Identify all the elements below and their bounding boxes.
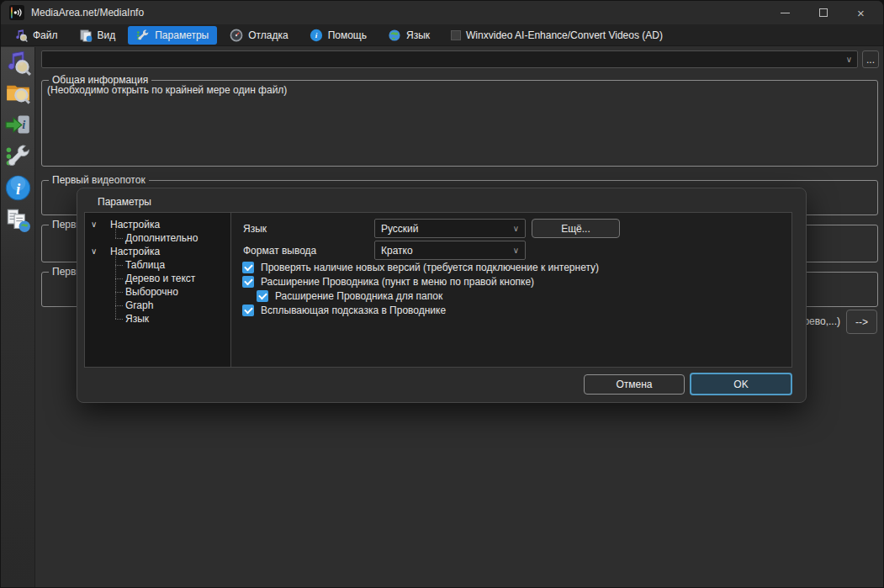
- checkbox-checked-icon[interactable]: [242, 305, 254, 316]
- menu-help[interactable]: i Помощь: [301, 26, 375, 45]
- minimize-icon: [781, 13, 790, 13]
- ok-button[interactable]: OK: [690, 373, 792, 395]
- about-button[interactable]: i: [5, 175, 31, 201]
- checkbox-checked-icon[interactable]: [242, 262, 254, 273]
- open-file-button[interactable]: [5, 50, 31, 76]
- menu-language-label: Язык: [406, 29, 430, 41]
- svg-text:i: i: [22, 118, 25, 131]
- svg-text:i: i: [315, 31, 317, 40]
- arrow-right-icon: -->: [855, 316, 868, 328]
- menu-file[interactable]: Файл: [6, 26, 66, 45]
- window-controls: ×: [766, 1, 880, 24]
- chevron-down-icon[interactable]: ∨: [91, 218, 97, 231]
- export-button[interactable]: i: [5, 112, 31, 138]
- mediainfo-logo-icon: [9, 5, 24, 20]
- menu-view[interactable]: Вид: [71, 26, 124, 45]
- menu-winxvideo-label: Winxvideo AI-Enhance/Convert Videos (AD): [466, 29, 663, 41]
- tree-item-derevo-i-tekst[interactable]: Дерево и текст: [85, 272, 230, 285]
- menu-language[interactable]: Язык: [379, 26, 438, 45]
- svg-text:i: i: [16, 180, 21, 198]
- globe-language-icon: [388, 29, 401, 42]
- menu-file-label: Файл: [33, 29, 58, 41]
- group-general-info: Общая информация (Необходимо открыть по …: [41, 80, 878, 167]
- cancel-button[interactable]: Отмена: [584, 374, 685, 395]
- chevron-down-icon: ∨: [513, 224, 519, 233]
- options-content-panel: Язык Русский ∨ Ещё... Формат вывода Крат…: [231, 212, 792, 368]
- compare-docs-globe-icon: [5, 207, 31, 233]
- close-icon: ×: [857, 7, 865, 19]
- chevron-down-icon[interactable]: ∨: [91, 245, 97, 258]
- checkbox-explorer-folders[interactable]: Расширение Проводника для папок: [257, 289, 442, 302]
- file-path-combobox[interactable]: ∨: [41, 50, 858, 68]
- menu-winxvideo-ad[interactable]: Winxvideo AI-Enhance/Convert Videos (AD): [442, 27, 671, 44]
- language-select[interactable]: Русский ∨: [374, 219, 526, 238]
- music-file-search-icon: [14, 29, 28, 42]
- options-dialog: Параметры ∨ Настройка Дополнительно ∨ На…: [77, 188, 807, 403]
- tree-item-yazyk[interactable]: Язык: [85, 312, 230, 326]
- tree-item-nastroyka-1[interactable]: ∨ Настройка: [85, 218, 230, 231]
- app-window: MediaArea.net/MediaInfo × Файл Вид: [0, 0, 884, 588]
- browse-button[interactable]: ...: [862, 50, 879, 68]
- checkbox-checked-icon[interactable]: [257, 290, 268, 302]
- info-circle-icon: i: [310, 29, 323, 42]
- browse-label: ...: [866, 54, 875, 66]
- open-folder-icon: [5, 80, 31, 106]
- more-languages-button[interactable]: Ещё...: [532, 219, 620, 238]
- group-video-title: Первый видеопоток: [49, 174, 149, 186]
- menu-view-label: Вид: [98, 29, 116, 41]
- ad-square-icon: [451, 30, 461, 40]
- compare-button[interactable]: [5, 207, 31, 233]
- tree-item-vyborochno[interactable]: Выборочно: [85, 285, 230, 299]
- view-pages-icon: [79, 29, 93, 42]
- menu-options[interactable]: Параметры: [128, 26, 217, 45]
- export-info-icon: i: [5, 112, 31, 138]
- maximize-icon: [819, 8, 828, 17]
- checkbox-explorer-tooltip[interactable]: Всплывающая подсказка в Проводнике: [242, 304, 446, 316]
- tree-item-graph[interactable]: Graph: [85, 299, 230, 312]
- output-format-label: Формат вывода: [243, 245, 316, 257]
- menu-debug[interactable]: Отладка: [221, 26, 296, 45]
- wrench-options-icon: [136, 29, 150, 42]
- gauge-debug-icon: [230, 29, 243, 42]
- chevron-down-icon: ∨: [846, 55, 852, 64]
- view-switch-button[interactable]: -->: [846, 310, 877, 334]
- menu-debug-label: Отладка: [248, 29, 288, 41]
- minimize-button[interactable]: [766, 1, 804, 24]
- title-bar: MediaArea.net/MediaInfo ×: [1, 1, 883, 24]
- checkbox-explorer-extension[interactable]: Расширение Проводника (пункт в меню по п…: [242, 275, 534, 288]
- checkbox-check-updates[interactable]: Проверять наличие новых версий (требуетс…: [242, 261, 599, 273]
- options-button[interactable]: [5, 143, 31, 169]
- tree-item-dopolnitelno[interactable]: Дополнительно: [85, 231, 230, 245]
- output-format-select[interactable]: Кратко ∨: [374, 241, 526, 260]
- menu-bar: Файл Вид Параметры Отладка: [1, 24, 883, 46]
- menu-options-label: Параметры: [155, 29, 209, 41]
- tree-item-nastroyka-2[interactable]: ∨ Настройка: [85, 245, 230, 258]
- language-select-value: Русский: [381, 223, 419, 235]
- group-general-text: (Необходимо открыть по крайней мере один…: [47, 84, 287, 96]
- output-format-select-value: Кратко: [381, 245, 413, 257]
- left-toolbar: i i: [1, 47, 35, 587]
- about-info-icon: i: [5, 175, 31, 201]
- options-wrench-icon: [5, 143, 31, 169]
- window-title: MediaArea.net/MediaInfo: [31, 7, 144, 19]
- dialog-title: Параметры: [98, 196, 151, 208]
- maximize-button[interactable]: [804, 1, 842, 24]
- language-label: Язык: [243, 223, 267, 235]
- tree-item-tablica[interactable]: Таблица: [85, 258, 230, 272]
- close-button[interactable]: ×: [842, 1, 880, 24]
- open-folder-button[interactable]: [5, 80, 31, 106]
- checkbox-checked-icon[interactable]: [242, 276, 254, 288]
- chevron-down-icon: ∨: [513, 246, 519, 255]
- menu-help-label: Помощь: [328, 29, 367, 41]
- options-tree: ∨ Настройка Дополнительно ∨ Настройка Та…: [84, 212, 231, 368]
- open-file-icon: [5, 50, 31, 76]
